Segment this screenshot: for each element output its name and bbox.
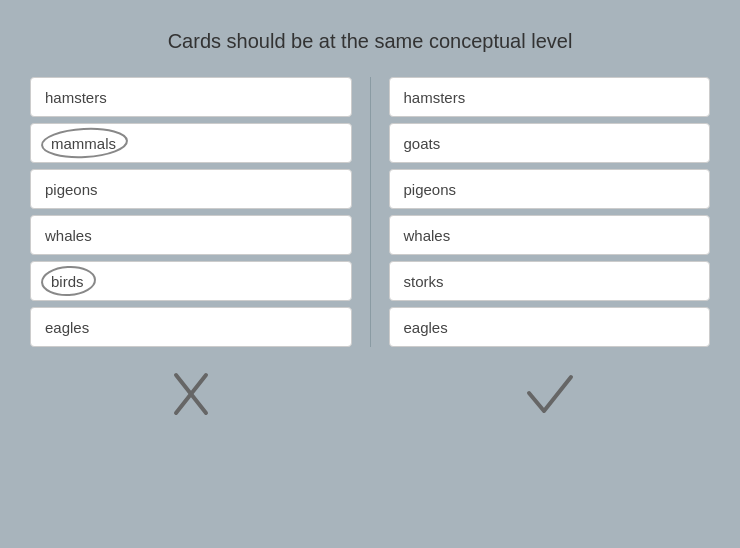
footer-divider <box>370 363 371 423</box>
footer-row <box>30 363 710 423</box>
circle-overlay <box>37 263 100 299</box>
left-column: hamstersmammalspigeonswhalesbirdseagles <box>30 77 352 347</box>
page-title: Cards should be at the same conceptual l… <box>168 30 573 53</box>
card-left-mammals: mammals <box>30 123 352 163</box>
card-left-hamsters: hamsters <box>30 77 352 117</box>
column-divider <box>370 77 371 347</box>
card-right-goats: goats <box>389 123 711 163</box>
checkmark-icon <box>519 363 579 423</box>
card-left-pigeons: pigeons <box>30 169 352 209</box>
circle-overlay <box>37 125 132 161</box>
card-left-eagles: eagles <box>30 307 352 347</box>
card-right-pigeons: pigeons <box>389 169 711 209</box>
right-column: hamstersgoatspigeonswhalesstorkseagles <box>389 77 711 347</box>
correct-symbol <box>389 363 711 423</box>
card-right-eagles: eagles <box>389 307 711 347</box>
svg-point-1 <box>41 266 95 297</box>
card-right-hamsters: hamsters <box>389 77 711 117</box>
card-left-whales: whales <box>30 215 352 255</box>
card-right-whales: whales <box>389 215 711 255</box>
columns-wrapper: hamstersmammalspigeonswhalesbirdseagles … <box>30 77 710 347</box>
cross-icon <box>161 363 221 423</box>
svg-point-0 <box>41 127 127 159</box>
card-left-birds: birds <box>30 261 352 301</box>
card-right-storks: storks <box>389 261 711 301</box>
wrong-symbol <box>30 363 352 423</box>
